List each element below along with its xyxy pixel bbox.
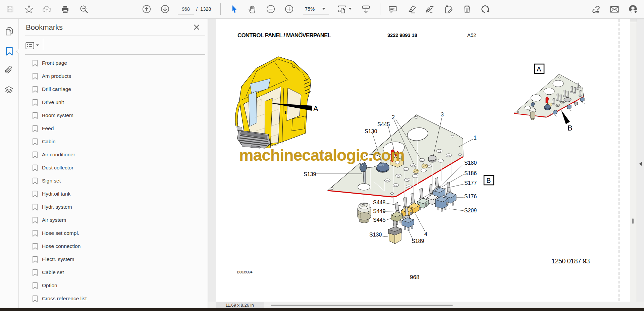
svg-text:B0039394: B0039394	[237, 270, 253, 274]
svg-text:1250 0187 93: 1250 0187 93	[551, 257, 590, 265]
svg-text:3: 3	[441, 112, 444, 117]
svg-text:4: 4	[424, 231, 427, 237]
svg-text:S445: S445	[377, 121, 390, 127]
svg-text:S176: S176	[464, 194, 477, 199]
svg-text:3222 9893 18: 3222 9893 18	[387, 33, 417, 38]
svg-text:S139: S139	[304, 171, 316, 177]
svg-text:A: A	[313, 104, 318, 113]
svg-text:machinecatalogic.com: machinecatalogic.com	[239, 146, 405, 164]
svg-text:2: 2	[392, 114, 395, 120]
svg-text:S186: S186	[464, 170, 477, 176]
svg-text:A52: A52	[467, 32, 476, 38]
svg-text:B: B	[568, 124, 573, 132]
svg-text:S448: S448	[373, 200, 385, 205]
svg-text:S177: S177	[464, 180, 477, 186]
svg-text:S445: S445	[373, 217, 385, 223]
svg-text:S209: S209	[464, 208, 477, 213]
svg-text:B: B	[486, 177, 491, 184]
svg-text:968: 968	[410, 274, 419, 280]
svg-text:S449: S449	[373, 208, 385, 214]
svg-text:S130: S130	[369, 232, 382, 238]
svg-text:A: A	[537, 65, 541, 73]
svg-text:1: 1	[474, 135, 477, 141]
svg-text:S180: S180	[464, 160, 477, 166]
svg-text:CONTROL PANEL / MANÖVERPANEL: CONTROL PANEL / MANÖVERPANEL	[237, 32, 331, 39]
svg-text:S130: S130	[365, 128, 377, 134]
svg-text:S189: S189	[412, 238, 424, 244]
